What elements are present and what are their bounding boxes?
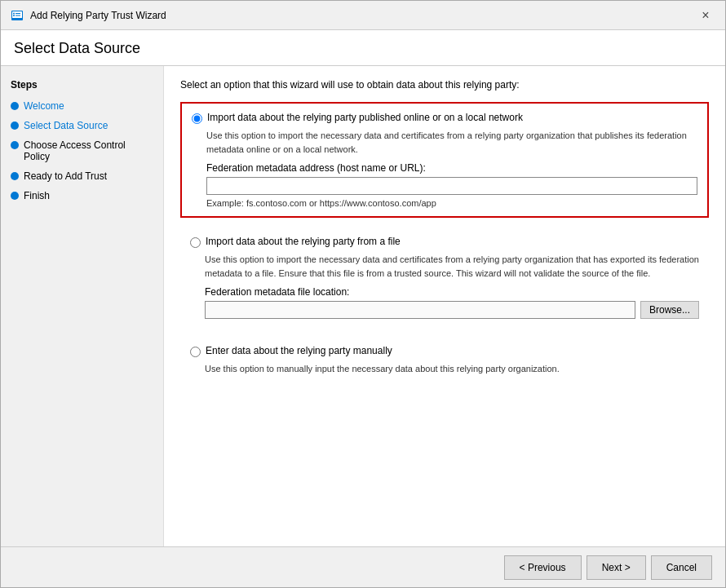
page-title: Select Data Source <box>14 40 712 57</box>
option1-row: Import data about the relying party publ… <box>192 112 697 124</box>
dialog: Add Relying Party Trust Wizard × Select … <box>0 0 726 588</box>
svg-point-2 <box>13 12 15 14</box>
option1-radio[interactable] <box>192 113 202 124</box>
svg-point-4 <box>13 15 15 16</box>
footer: < Previous Next > Cancel <box>1 546 725 587</box>
option2-box: Import data about the relying party from… <box>180 228 709 327</box>
sidebar: Steps Welcome Select Data Source Choose … <box>1 66 164 546</box>
option2-field-label: Federation metadata file location: <box>205 286 699 298</box>
option2-row: Import data about the relying party from… <box>190 236 699 248</box>
option3-row: Enter data about the relying party manua… <box>190 345 699 357</box>
option3-desc: Use this option to manually input the ne… <box>205 362 699 376</box>
svg-rect-3 <box>15 13 20 14</box>
sidebar-label-ready: Ready to Add Trust <box>24 170 107 182</box>
next-button[interactable]: Next > <box>587 555 646 580</box>
sidebar-label-finish: Finish <box>24 190 50 201</box>
option1-field-label: Federation metadata address (host name o… <box>206 162 697 174</box>
title-bar-text: Add Relying Party Trust Wizard <box>30 10 166 21</box>
page-header: Select Data Source <box>1 30 725 66</box>
wizard-icon <box>11 9 24 22</box>
step-dot-welcome <box>11 102 19 110</box>
option1-box: Import data about the relying party publ… <box>180 102 709 218</box>
cancel-button[interactable]: Cancel <box>651 555 712 580</box>
option1-example: Example: fs.contoso.com or https://www.c… <box>206 198 697 208</box>
browse-button[interactable]: Browse... <box>640 301 699 319</box>
option2-label[interactable]: Import data about the relying party from… <box>206 236 401 247</box>
sidebar-label-access-control: Choose Access Control Policy <box>24 139 153 162</box>
sidebar-item-finish[interactable]: Finish <box>11 188 153 203</box>
intro-text: Select an option that this wizard will u… <box>180 79 709 91</box>
close-button[interactable]: × <box>696 6 715 25</box>
federation-metadata-address-input[interactable] <box>206 177 697 195</box>
federation-metadata-file-input[interactable] <box>205 301 635 319</box>
sidebar-label-select-data-source: Select Data Source <box>24 120 108 131</box>
option1-desc: Use this option to import the necessary … <box>206 129 697 156</box>
option1-label[interactable]: Import data about the relying party publ… <box>207 112 523 123</box>
option3-radio[interactable] <box>190 347 201 357</box>
main-panel: Select an option that this wizard will u… <box>164 66 725 546</box>
sidebar-item-welcome[interactable]: Welcome <box>11 99 153 113</box>
option3-label[interactable]: Enter data about the relying party manua… <box>206 345 392 356</box>
option2-browse-row: Browse... <box>205 301 699 319</box>
sidebar-item-access-control[interactable]: Choose Access Control Policy <box>11 138 153 164</box>
svg-rect-5 <box>15 15 20 15</box>
step-dot-ready <box>11 172 19 180</box>
step-dot-finish <box>11 192 19 200</box>
previous-button[interactable]: < Previous <box>504 555 582 580</box>
sidebar-item-ready[interactable]: Ready to Add Trust <box>11 169 153 183</box>
title-bar: Add Relying Party Trust Wizard × <box>1 1 725 30</box>
step-dot-access-control <box>11 141 19 149</box>
title-bar-left: Add Relying Party Trust Wizard <box>11 9 166 22</box>
svg-rect-1 <box>12 11 22 18</box>
option2-radio[interactable] <box>190 237 201 248</box>
content-area: Steps Welcome Select Data Source Choose … <box>1 66 725 546</box>
sidebar-heading: Steps <box>11 79 153 91</box>
sidebar-label-welcome: Welcome <box>24 100 64 112</box>
step-dot-select-data-source <box>11 122 19 130</box>
option3-box: Enter data about the relying party manua… <box>180 337 709 391</box>
sidebar-item-select-data-source[interactable]: Select Data Source <box>11 118 153 133</box>
option2-desc: Use this option to import the necessary … <box>205 253 699 280</box>
